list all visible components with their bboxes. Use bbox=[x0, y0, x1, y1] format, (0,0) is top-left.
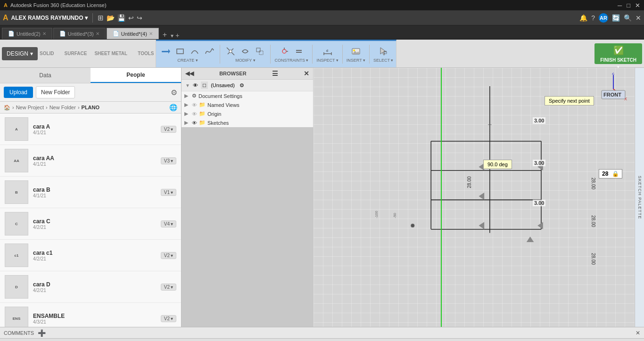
browser-menu-icon[interactable]: ☰ bbox=[272, 70, 278, 77]
breadcrumb-project[interactable]: New Project bbox=[16, 105, 44, 110]
expand-icon[interactable]: ▶ bbox=[184, 111, 190, 117]
trim-tool-btn[interactable] bbox=[224, 46, 237, 57]
close-topbar-icon[interactable]: ✕ bbox=[636, 14, 641, 22]
tab-close-btn[interactable]: ✕ bbox=[149, 31, 153, 36]
list-item[interactable]: C cara C 4/2/21 V4▾ bbox=[0, 208, 181, 240]
browser-item-named-views[interactable]: ▶ 👁 📁 Named Views bbox=[182, 100, 313, 109]
expand-icon[interactable]: ▶ bbox=[184, 120, 190, 126]
new-folder-btn[interactable]: New Folder bbox=[36, 86, 75, 98]
add-tab-btn[interactable]: + bbox=[160, 31, 170, 39]
file-version-badge[interactable]: V3▾ bbox=[161, 157, 176, 164]
list-item[interactable]: c1 cara c1 4/2/21 V2▾ bbox=[0, 240, 181, 271]
tabbar: 📄 Untitled(2) ✕ 📄 Untitled*(3) ✕ 📄 Untit… bbox=[0, 25, 644, 40]
undo-icon[interactable]: ↩ bbox=[128, 14, 134, 22]
comment-collapse-icon[interactable]: ✕ bbox=[636, 330, 640, 336]
help-icon[interactable]: ? bbox=[591, 14, 595, 22]
redo-icon[interactable]: ↪ bbox=[137, 14, 142, 22]
people-tab[interactable]: People bbox=[91, 68, 181, 83]
file-version-badge[interactable]: V4▾ bbox=[161, 220, 176, 227]
file-version-badge[interactable]: V2▾ bbox=[161, 284, 176, 291]
grid-icon[interactable]: ⊞ bbox=[98, 14, 104, 22]
expand-icon[interactable]: ▶ bbox=[184, 102, 190, 108]
spline-tool-btn[interactable] bbox=[203, 46, 216, 57]
breadcrumb-folder[interactable]: New Folder bbox=[50, 105, 76, 110]
unsaved-settings-icon[interactable]: ⚙ bbox=[239, 82, 244, 89]
design-mode-btn[interactable]: DESIGN ▾ bbox=[2, 47, 38, 60]
browser-collapse-icon[interactable]: ◀◀ bbox=[185, 70, 194, 77]
tab-untitled4[interactable]: 📄 Untitled*(4) ✕ bbox=[107, 28, 159, 39]
modify-label: MODIFY ▾ bbox=[235, 58, 255, 63]
browser-item-origin[interactable]: ▶ 👁 📁 Origin bbox=[182, 109, 313, 118]
list-item[interactable]: A cara A 4/1/21 V2▾ bbox=[0, 114, 181, 145]
line-tool-btn[interactable] bbox=[159, 46, 172, 57]
sketch-palette-panel[interactable]: SKETCH PALETTE bbox=[635, 68, 644, 327]
file-info: cara C 4/2/21 bbox=[33, 218, 156, 230]
dimension-input[interactable]: 28 🔒 bbox=[599, 169, 622, 179]
add-comment-icon[interactable]: ➕ bbox=[38, 329, 46, 337]
equal-btn[interactable] bbox=[292, 46, 305, 57]
tab-label: Untitled*(4) bbox=[121, 31, 147, 37]
visibility-eye-icon[interactable]: 👁 bbox=[193, 82, 198, 88]
folder-open-icon[interactable]: 📂 bbox=[107, 14, 115, 22]
dim-top-label: 3.00 bbox=[533, 117, 545, 124]
sheet-metal-label: SHEET METAL bbox=[94, 51, 127, 56]
list-item[interactable]: AA cara AA 4/1/21 V3▾ bbox=[0, 145, 181, 177]
file-info: cara B 4/1/21 bbox=[33, 187, 156, 198]
tab-untitled2[interactable]: 📄 Untitled(2) ✕ bbox=[2, 28, 52, 39]
browser-item-sketches[interactable]: ▶ 👁 📁 Sketches bbox=[182, 118, 313, 127]
tab-dropdown-icon[interactable]: ▾ bbox=[171, 32, 173, 39]
coincident-btn[interactable] bbox=[278, 46, 291, 57]
project-tool-btn[interactable] bbox=[253, 46, 266, 57]
browser-item-label: Origin bbox=[207, 111, 221, 117]
expand-icon[interactable]: ▶ bbox=[184, 93, 190, 99]
toolbar: DESIGN ▾ SOLID SURFACE SHEET METAL TOOLS bbox=[0, 40, 644, 68]
dim-right-1: 28.00 bbox=[591, 178, 596, 189]
save-icon[interactable]: 💾 bbox=[117, 14, 125, 22]
browser-expand-icon[interactable]: ▼ bbox=[185, 83, 190, 88]
tab-untitled3[interactable]: 📄 Untitled*(3) ✕ bbox=[53, 28, 106, 39]
list-item[interactable]: ENS ENSAMBLE 4/3/21 V2▾ bbox=[0, 303, 181, 327]
tab-label: Untitled*(3) bbox=[68, 31, 94, 37]
chevron-down-icon: ▾ bbox=[85, 15, 88, 21]
new-tab-icon[interactable]: + bbox=[175, 32, 179, 39]
home-icon[interactable]: 🏠 bbox=[4, 105, 10, 111]
data-tab[interactable]: Data bbox=[0, 68, 91, 83]
file-version-badge[interactable]: V2▾ bbox=[161, 315, 176, 322]
dim-left-1: 28.00 bbox=[467, 176, 472, 188]
maximize-btn[interactable]: □ bbox=[627, 2, 630, 9]
offset-tool-btn[interactable] bbox=[239, 46, 252, 57]
titlebar-controls[interactable]: ─ □ ✕ bbox=[618, 2, 640, 9]
document-icon: □ bbox=[201, 81, 208, 89]
file-version-badge[interactable]: V2▾ bbox=[161, 252, 176, 259]
rect-tool-btn[interactable] bbox=[173, 46, 187, 57]
settings-gear-icon[interactable]: ⚙ bbox=[171, 88, 177, 97]
finish-sketch-btn[interactable]: ✅ FINISH SKETCH ▾ bbox=[594, 43, 642, 64]
browser-item-doc-settings[interactable]: ▶ ⚙ Document Settings bbox=[182, 91, 313, 100]
user-name[interactable]: ALEX RAMOS RAYMUNDO ▾ bbox=[11, 15, 88, 21]
upload-btn[interactable]: Upload bbox=[4, 87, 33, 98]
tab-close-btn[interactable]: ✕ bbox=[96, 31, 99, 36]
arc-tool-btn[interactable] bbox=[188, 46, 201, 57]
search-icon[interactable]: 🔍 bbox=[624, 14, 632, 22]
file-name: cara C bbox=[33, 218, 156, 225]
file-name: cara A bbox=[33, 123, 156, 130]
browser-close-icon[interactable]: ✕ bbox=[304, 70, 309, 77]
minimize-btn[interactable]: ─ bbox=[618, 2, 622, 9]
chevron-down-icon: ▾ bbox=[30, 50, 33, 57]
file-version-badge[interactable]: V1▾ bbox=[161, 189, 176, 196]
list-item[interactable]: D cara D 4/2/21 V2▾ bbox=[0, 271, 181, 303]
lock-icon[interactable]: 🔒 bbox=[612, 170, 619, 177]
close-btn[interactable]: ✕ bbox=[635, 2, 640, 9]
view-cube[interactable]: Z X FRONT bbox=[597, 73, 630, 106]
notifications-icon[interactable]: 🔔 bbox=[579, 14, 587, 22]
select-btn[interactable] bbox=[377, 46, 390, 57]
svg-point-6 bbox=[282, 49, 286, 53]
canvas[interactable]: -100 -50 Specify next point 90.0 deg 28 … bbox=[314, 68, 644, 327]
refresh-icon[interactable]: 🔄 bbox=[612, 14, 620, 22]
insert-image-btn[interactable] bbox=[349, 46, 363, 57]
dimension-btn[interactable]: d bbox=[321, 46, 334, 57]
file-version-badge[interactable]: V2▾ bbox=[161, 126, 176, 133]
tab-close-btn[interactable]: ✕ bbox=[42, 31, 46, 36]
left-tabs: Data People bbox=[0, 68, 181, 83]
list-item[interactable]: B cara B 4/1/21 V1▾ bbox=[0, 177, 181, 208]
